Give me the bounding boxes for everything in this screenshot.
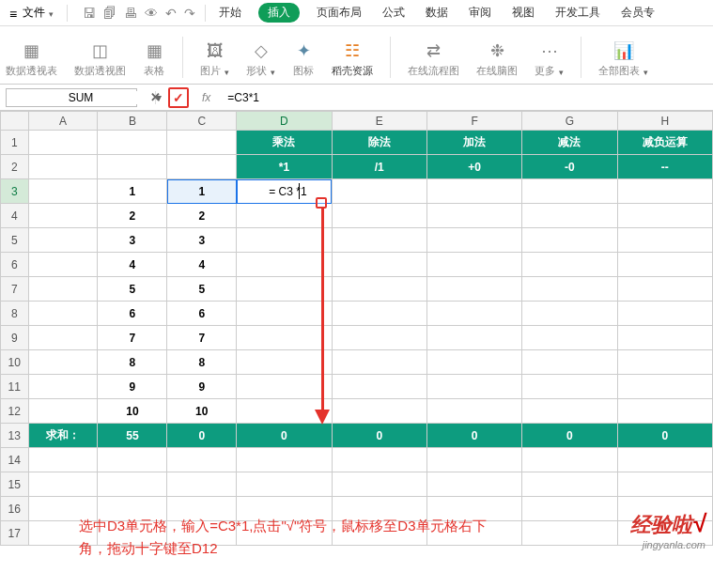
cell[interactable] [426,228,521,253]
cell[interactable]: 减负运算 [617,131,712,155]
namebox-input[interactable] [7,91,155,104]
row-header[interactable]: 4 [1,204,29,228]
cell[interactable] [28,472,98,497]
cell[interactable] [332,350,426,375]
col-header-D[interactable]: D [237,112,332,131]
cell[interactable] [332,253,426,277]
cell[interactable]: 0 [167,424,237,448]
cell[interactable] [332,228,426,253]
cell[interactable] [332,375,426,399]
cell[interactable] [98,448,167,472]
cell[interactable] [237,375,332,399]
cell[interactable] [28,399,98,424]
cell[interactable] [98,472,167,497]
row-header[interactable]: 8 [1,302,29,326]
cell[interactable]: -- [617,155,712,179]
row-header[interactable]: 1 [1,131,29,155]
cell[interactable] [332,399,426,424]
formula-input[interactable] [220,89,707,106]
cell[interactable] [617,350,712,375]
cell[interactable] [28,448,98,472]
undo-icon[interactable]: ↶ [165,6,177,21]
table-button[interactable]: ▦表格 [143,39,165,78]
cell[interactable] [522,350,617,375]
cell[interactable]: 5 [167,277,237,302]
print-icon[interactable]: 🖶 [124,6,137,21]
cell[interactable] [522,204,617,228]
row-header[interactable]: 3 [1,179,29,204]
redo-icon[interactable]: ↷ [184,6,195,21]
cell[interactable] [522,497,617,521]
cell[interactable]: 1 [167,179,237,204]
cell[interactable] [237,228,332,253]
cell[interactable]: +0 [426,155,521,179]
cell[interactable]: 0 [426,424,521,448]
shape-button[interactable]: ◇形状 [246,39,275,78]
more-button[interactable]: ⋯更多 [535,39,564,78]
cell[interactable] [617,253,712,277]
cell[interactable] [28,302,98,326]
cell[interactable] [332,277,426,302]
cell[interactable] [426,350,521,375]
cell[interactable] [426,375,521,399]
print-preview-icon[interactable]: 👁 [145,6,158,21]
cell[interactable] [522,399,617,424]
cell[interactable]: 8 [167,350,237,375]
cell[interactable]: 6 [98,302,167,326]
row-header[interactable]: 12 [1,399,29,424]
cell[interactable] [522,179,617,204]
cell[interactable] [237,302,332,326]
cell[interactable] [617,375,712,399]
row-header[interactable]: 13 [1,424,29,448]
cell[interactable] [426,326,521,350]
cell[interactable] [28,131,98,155]
row-header[interactable]: 10 [1,350,29,375]
cell[interactable] [426,472,521,497]
flowchart-button[interactable]: ⇄在线流程图 [408,39,459,78]
cell[interactable] [167,131,237,155]
cell[interactable]: 10 [167,399,237,424]
cell[interactable] [237,277,332,302]
cell[interactable] [237,326,332,350]
icon-button[interactable]: ✦图标 [292,39,315,78]
cell[interactable] [522,302,617,326]
cell[interactable]: /1 [332,155,426,179]
cell[interactable]: 7 [98,326,167,350]
cell[interactable] [28,179,98,204]
cell[interactable]: 9 [167,375,237,399]
fx-icon[interactable]: fx [202,91,210,104]
cell[interactable] [98,155,167,179]
cell[interactable] [28,277,98,302]
cell[interactable]: 55 [98,424,167,448]
cell[interactable] [617,277,712,302]
cell[interactable]: 2 [98,204,167,228]
cell[interactable]: 0 [332,424,426,448]
col-header-B[interactable]: B [98,112,167,131]
cell[interactable]: 加法 [426,131,521,155]
picture-button[interactable]: 🖼图片 [200,39,229,78]
cell[interactable] [332,302,426,326]
select-all-corner[interactable] [1,112,29,131]
cell[interactable] [237,472,332,497]
cell[interactable] [332,204,426,228]
row-header[interactable]: 15 [1,472,29,497]
cell[interactable] [332,448,426,472]
cell[interactable] [426,204,521,228]
cell[interactable] [167,155,237,179]
file-menu[interactable]: 文件 [6,3,57,23]
col-header-H[interactable]: H [617,112,712,131]
row-header[interactable]: 7 [1,277,29,302]
mindmap-button[interactable]: ❉在线脑图 [476,39,518,78]
tab-layout[interactable]: 页面布局 [313,3,365,23]
row-header[interactable]: 11 [1,375,29,399]
cell[interactable] [617,228,712,253]
cell[interactable]: *1 [237,155,332,179]
cell[interactable] [617,326,712,350]
cell[interactable] [426,448,521,472]
cell[interactable] [617,179,712,204]
cell[interactable] [522,253,617,277]
cell[interactable]: 2 [167,204,237,228]
cell[interactable]: 7 [167,326,237,350]
cell[interactable] [617,448,712,472]
cell[interactable] [522,375,617,399]
